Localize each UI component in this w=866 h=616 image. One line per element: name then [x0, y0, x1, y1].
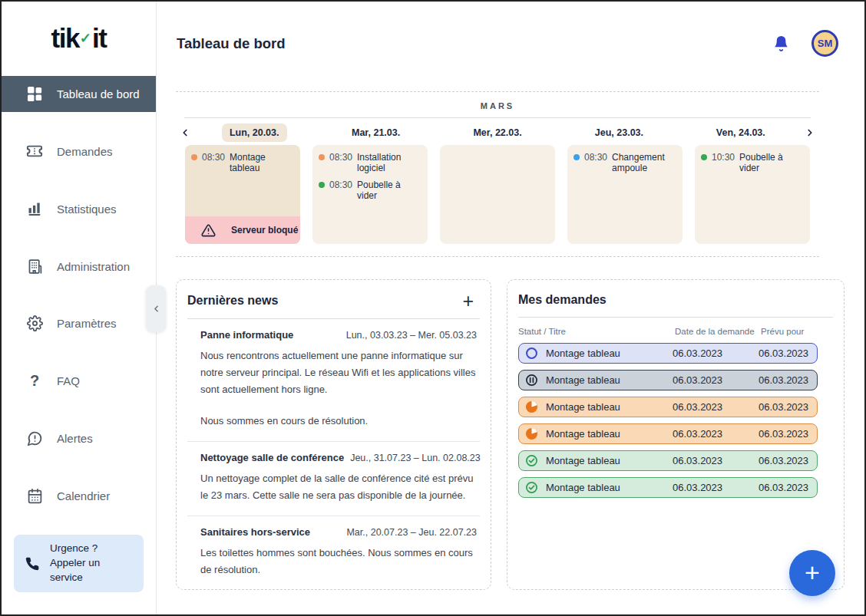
pie-chart-icon: [525, 400, 538, 413]
question-mark-icon: ?: [25, 372, 44, 390]
warning-triangle-icon: [201, 223, 216, 238]
user-avatar[interactable]: SM: [811, 30, 838, 57]
calendar-prev-button[interactable]: [177, 127, 193, 138]
server-blocked-alert[interactable]: Serveur bloqué: [185, 216, 300, 244]
sidebar-item-label: Statistiques: [57, 203, 117, 216]
news-item-body: Nous rencontrons actuellement une panne …: [200, 348, 477, 397]
check-circle-icon: [525, 454, 538, 467]
sidebar-item-administration[interactable]: Administration: [2, 248, 156, 285]
event-title: Changement ampoule: [612, 152, 676, 173]
event-dot-green: [319, 182, 325, 188]
sidebar-item-faq[interactable]: ? FAQ: [2, 363, 156, 400]
logo-check-icon: ✓: [80, 30, 91, 47]
news-item-dates: Mar., 20.07.23 – Jeu. 22.07.23: [346, 527, 477, 538]
calendar-next-button[interactable]: [802, 127, 818, 138]
request-title: Montage tableau: [546, 401, 620, 413]
request-title: Montage tableau: [546, 455, 620, 466]
add-news-button[interactable]: +: [462, 293, 480, 308]
request-date: 06.03.2023: [673, 401, 759, 413]
calendar-event[interactable]: 08:30 Montage tableau: [191, 152, 294, 173]
calendar-event[interactable]: 08:30 Changement ampoule: [573, 152, 676, 173]
calendar-icon: [25, 486, 44, 505]
sidebar-item-alertes[interactable]: Alertes: [2, 420, 156, 457]
request-row[interactable]: Montage tableau 06.03.2023 06.03.2023: [518, 423, 818, 444]
news-item: Sanitaires hors-service Mar., 20.07.23 –…: [187, 516, 480, 590]
day-card-jeu[interactable]: 08:30 Changement ampoule: [567, 145, 683, 244]
calendar-day-headers: Lun, 20.03. Mar, 21.03. Mer, 22.03. Jeu,…: [176, 127, 819, 138]
sidebar-item-demandes[interactable]: Demandes: [2, 133, 156, 170]
sidebar-item-statistiques[interactable]: Statistiques: [2, 190, 156, 227]
sidebar-item-parametres[interactable]: Paramètres: [2, 305, 156, 342]
request-title: Montage tableau: [546, 348, 620, 359]
day-card-mer[interactable]: [440, 145, 555, 244]
news-panel: Dernières news + Panne informatique Lun.…: [176, 279, 491, 590]
news-item: Nettoyage salle de conférence Jeu., 31.0…: [187, 442, 480, 516]
request-title: Montage tableau: [546, 482, 620, 493]
calendar-event[interactable]: 08:30 Poubelle à vider: [319, 180, 421, 201]
sidebar-item-label: Calendrier: [57, 489, 110, 502]
requests-table-header: Statut / Titre Date de la demande Prévu …: [518, 318, 833, 343]
day-card-mar[interactable]: 08:30 Installation logiciel 08:30 Poubel…: [312, 145, 428, 244]
day-card-lun[interactable]: 08:30 Montage tableau Serveur bloqué: [185, 145, 300, 244]
event-time: 08:30: [329, 180, 352, 190]
request-row[interactable]: Montage tableau 06.03.2023 06.03.2023: [518, 343, 818, 364]
request-due: 06.03.2023: [759, 428, 815, 440]
calendar-event[interactable]: 08:30 Installation logiciel: [319, 152, 421, 173]
app-logo: tik✓it: [2, 2, 156, 76]
request-due: 06.03.2023: [759, 455, 815, 466]
column-date-demande: Date de la demande: [675, 327, 761, 336]
day-header-lun[interactable]: Lun, 20.03.: [193, 127, 315, 138]
calendar-month-label: MARS: [184, 101, 811, 118]
day-header-mar[interactable]: Mar, 21.03.: [315, 127, 436, 138]
request-due: 06.03.2023: [759, 374, 815, 386]
day-header-mer[interactable]: Mer, 22.03.: [437, 127, 558, 138]
request-date: 06.03.2023: [673, 374, 759, 386]
create-request-fab[interactable]: +: [789, 550, 835, 596]
request-row[interactable]: Montage tableau 06.03.2023 06.03.2023: [518, 370, 818, 390]
event-dot-blue: [573, 154, 580, 160]
day-header-ven[interactable]: Ven, 24.03.: [680, 127, 802, 138]
notifications-bell-icon[interactable]: [772, 35, 790, 52]
day-header-jeu[interactable]: Jeu, 23.03.: [558, 127, 679, 138]
my-requests-panel: Mes demandes Statut / Titre Date de la d…: [507, 279, 845, 590]
alert-text: Serveur bloqué: [231, 225, 298, 236]
requests-table-body: Montage tableau 06.03.2023 06.03.2023 Mo…: [518, 343, 833, 498]
day-card-ven[interactable]: 10:30 Poubelle à vider: [695, 145, 810, 244]
bar-chart-icon: [25, 199, 44, 218]
event-title: Poubelle à vider: [357, 180, 421, 201]
request-row[interactable]: Montage tableau 06.03.2023 06.03.2023: [518, 450, 818, 471]
dashboard-icon: [25, 85, 44, 104]
phone-icon: [25, 556, 40, 572]
calendar-event[interactable]: 10:30 Poubelle à vider: [701, 152, 804, 173]
sidebar-item-tableau-de-bord[interactable]: Tableau de bord: [2, 76, 156, 113]
pause-circle-icon: [525, 374, 538, 387]
logo-text-post: it: [92, 23, 106, 54]
page-header: Tableau de bord SM: [157, 2, 866, 91]
event-time: 08:30: [202, 152, 225, 163]
requests-panel-title: Mes demandes: [518, 293, 607, 307]
alert-bubble-icon: [25, 430, 44, 448]
emergency-call-button[interactable]: Urgence ? Appeler un service: [14, 535, 144, 592]
news-item-body: Un nettoyage complet de la salle de conf…: [200, 470, 477, 504]
sidebar-item-label: Alertes: [57, 432, 93, 445]
sidebar: tik✓it Tableau de bord Demandes Statisti…: [2, 2, 157, 614]
sidebar-collapse-button[interactable]: [146, 285, 166, 332]
request-row[interactable]: Montage tableau 06.03.2023 06.03.2023: [518, 477, 818, 498]
news-item-title: Nettoyage salle de conférence: [200, 452, 344, 463]
event-time: 08:30: [584, 152, 607, 163]
news-item-dates: Jeu., 31.07.23 – Lun. 02.08.23: [350, 453, 481, 463]
calendar-day-cards: 08:30 Montage tableau Serveur bloqué 08:…: [185, 145, 810, 244]
event-dot-green: [701, 154, 707, 160]
request-due: 06.03.2023: [759, 348, 815, 359]
sidebar-item-calendrier[interactable]: Calendrier: [2, 477, 156, 514]
event-dot-orange: [319, 154, 325, 160]
page-title: Tableau de bord: [177, 35, 286, 52]
request-due: 06.03.2023: [759, 401, 815, 413]
event-title: Montage tableau: [230, 152, 294, 173]
news-item-title: Panne informatique: [200, 329, 293, 341]
request-row[interactable]: Montage tableau 06.03.2023 06.03.2023: [518, 397, 818, 417]
sidebar-item-label: Demandes: [57, 145, 113, 158]
sidebar-item-label: FAQ: [57, 374, 80, 387]
circle-outline-icon: [525, 347, 538, 360]
sidebar-item-label: Paramètres: [57, 317, 117, 330]
